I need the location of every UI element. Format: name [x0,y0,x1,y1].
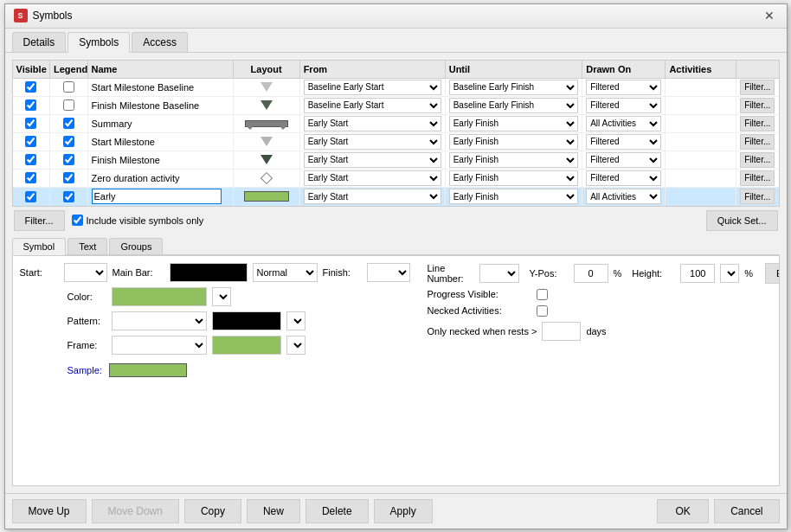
tab-access[interactable]: Access [132,32,188,52]
drawn-cell-6[interactable]: Filtered [582,170,666,187]
until-cell-3[interactable]: Early Finish [446,115,583,132]
legend-checkbox-4[interactable] [50,133,88,151]
legend-checkbox-2[interactable] [50,97,88,114]
necked-activities-checkbox[interactable] [537,305,548,317]
drawn-select-6[interactable]: Filtered [586,170,661,186]
filter-button-7[interactable]: Filter... [740,189,775,204]
progress-visible-checkbox[interactable] [537,289,548,300]
apply-button[interactable]: Apply [374,499,433,523]
copy-button[interactable]: Copy [184,499,241,523]
until-select-6[interactable]: Early Finish [449,170,579,186]
until-select-3[interactable]: Early Finish [449,116,579,131]
visible-checkbox-7[interactable] [13,188,51,206]
from-cell-5[interactable]: Early Start [300,151,446,169]
from-select-7[interactable]: Early Start [304,189,441,204]
drawn-cell-4[interactable]: Filtered [582,133,666,151]
drawn-select-2[interactable]: Filtered [586,98,661,113]
ok-button[interactable]: OK [657,499,709,523]
until-cell-1[interactable]: Baseline Early Finish [446,79,583,96]
color-dropdown[interactable]: ▼ [212,287,231,306]
pattern-select[interactable] [112,311,207,330]
legend-checkbox-3[interactable] [50,115,88,132]
height-dropdown[interactable]: ▼ [720,264,739,283]
drawn-cell-2[interactable]: Filtered [582,97,666,114]
from-cell-6[interactable]: Early Start [300,170,446,187]
drawn-cell-3[interactable]: All Activities [582,115,666,132]
new-button[interactable]: New [247,499,300,523]
from-cell-1[interactable]: Baseline Early Start [300,79,446,96]
drawn-cell-1[interactable]: Filtered [582,79,666,96]
from-cell-7[interactable]: Early Start [300,188,446,206]
drawn-select-1[interactable]: Filtered [586,80,661,95]
symbol-tab-symbol[interactable]: Symbol [12,238,67,255]
filter-cell-6[interactable]: Filter... [736,170,778,187]
move-down-button[interactable]: Move Down [92,499,179,523]
drawn-cell-7[interactable]: All Activities [582,188,666,206]
filter-cell-4[interactable]: Filter... [736,133,778,151]
name-cell-7[interactable] [88,188,234,206]
until-cell-7[interactable]: Early Finish [446,188,583,206]
quick-set-button[interactable]: Quick Set... [706,210,778,231]
from-select-6[interactable]: Early Start [304,170,441,186]
visible-checkbox-4[interactable] [13,133,51,151]
color-swatch[interactable] [112,287,207,306]
only-necked-input[interactable] [542,322,581,341]
height-input[interactable] [680,264,715,283]
until-cell-5[interactable]: Early Finish [446,151,583,169]
from-select-5[interactable]: Early Start [304,152,441,168]
pattern-color-swatch[interactable] [212,311,281,330]
visible-checkbox-5[interactable] [13,151,51,169]
exceptions-button[interactable]: Exceptions... [765,263,779,284]
main-bar-style-select[interactable]: Normal [253,263,318,282]
symbol-tab-groups[interactable]: Groups [109,238,163,254]
filter-button-3[interactable]: Filter... [740,116,775,131]
frame-color-swatch[interactable] [212,336,281,355]
visible-checkbox-2[interactable] [13,97,51,114]
drawn-select-5[interactable]: Filtered [586,152,661,168]
from-cell-4[interactable]: Early Start [300,133,446,151]
frame-color-dropdown[interactable]: ▼ [286,336,305,355]
until-select-2[interactable]: Baseline Early Finish [449,98,579,113]
tab-details[interactable]: Details [12,32,67,52]
drawn-cell-5[interactable]: Filtered [582,151,666,169]
legend-checkbox-5[interactable] [50,151,88,169]
delete-button[interactable]: Delete [305,499,369,523]
from-select-1[interactable]: Baseline Early Start [304,80,441,95]
from-select-4[interactable]: Early Start [304,134,441,150]
drawn-select-4[interactable]: Filtered [586,134,661,150]
until-select-4[interactable]: Early Finish [449,134,579,150]
from-select-3[interactable]: Early Start [304,116,441,131]
finish-select[interactable] [367,263,410,282]
name-input-7[interactable] [92,189,222,204]
frame-select[interactable] [112,336,207,355]
filter-button-1[interactable]: Filter... [740,80,775,95]
legend-checkbox-7[interactable] [50,188,88,206]
tab-symbols[interactable]: Symbols [68,32,130,53]
from-cell-3[interactable]: Early Start [300,115,446,132]
filter-cell-3[interactable]: Filter... [736,115,778,132]
filter-button-main[interactable]: Filter... [14,210,65,231]
visible-checkbox-3[interactable] [13,115,51,132]
legend-checkbox-6[interactable] [50,170,88,187]
close-button[interactable]: ✕ [761,7,778,24]
until-select-1[interactable]: Baseline Early Finish [449,80,579,95]
filter-cell-2[interactable]: Filter... [736,97,778,114]
filter-cell-5[interactable]: Filter... [736,151,778,169]
filter-cell-1[interactable]: Filter... [736,79,778,96]
visible-checkbox-1[interactable] [13,79,51,96]
start-select[interactable] [64,263,107,282]
until-cell-4[interactable]: Early Finish [446,133,583,151]
visible-checkbox-6[interactable] [13,170,51,187]
drawn-select-3[interactable]: All Activities [586,116,661,131]
symbol-tab-text[interactable]: Text [68,238,107,254]
include-visible-checkbox[interactable] [72,215,83,226]
line-number-select[interactable] [479,264,519,283]
until-select-5[interactable]: Early Finish [449,152,579,168]
drawn-select-7[interactable]: All Activities [586,189,661,204]
until-cell-2[interactable]: Baseline Early Finish [446,97,583,114]
y-pos-input[interactable] [574,264,608,283]
from-select-2[interactable]: Baseline Early Start [304,98,441,113]
filter-button-4[interactable]: Filter... [740,134,775,150]
filter-button-2[interactable]: Filter... [740,98,775,113]
until-select-7[interactable]: Early Finish [449,189,579,204]
